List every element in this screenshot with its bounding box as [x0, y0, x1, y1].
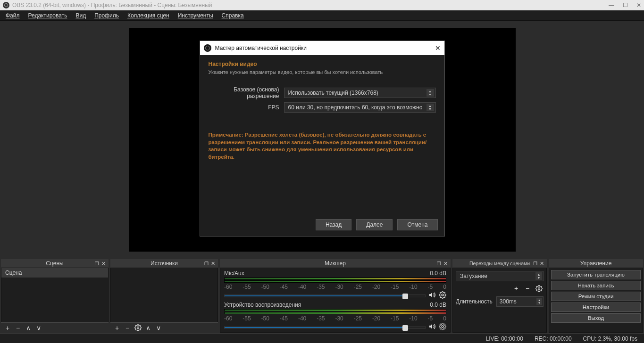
status-rec: REC: 00:00:00 — [535, 335, 572, 342]
scenes-toolbar: + − ∧ ∨ — [1, 322, 109, 333]
dock-header-sources[interactable]: Источники ❐ ✕ — [110, 259, 218, 268]
transition-select[interactable]: Затухание ▲▼ — [456, 271, 544, 281]
gear-icon[interactable] — [439, 323, 446, 330]
maximize-button[interactable]: ☐ — [623, 2, 628, 8]
add-scene-button[interactable]: + — [3, 324, 12, 332]
dock-detach-icon[interactable]: ❐ — [533, 261, 537, 266]
window-title: OBS 23.0.2 (64-bit, windows) - Профиль: … — [12, 2, 212, 8]
auto-config-wizard-dialog: Мастер автоматической настройки ✕ Настро… — [200, 41, 445, 237]
dock-close-icon[interactable]: ✕ — [443, 261, 448, 267]
source-properties-button[interactable] — [133, 324, 142, 332]
window-titlebar: OBS 23.0.2 (64-bit, windows) - Профиль: … — [0, 0, 644, 10]
audio-meter — [224, 309, 446, 311]
dialog-note: Примечание: Разрешение холста (базовое),… — [209, 131, 436, 161]
remove-transition-button[interactable]: − — [523, 284, 532, 293]
spinner-icon: ▲▼ — [427, 104, 434, 111]
statusbar: LIVE: 00:00:00 REC: 00:00:00 CPU: 2.3%, … — [0, 334, 644, 343]
base-resolution-select[interactable]: Использовать текущий (1366x768) ▲▼ — [284, 88, 436, 98]
svg-point-0 — [137, 327, 139, 329]
gear-icon[interactable] — [439, 291, 446, 299]
dock-detach-icon[interactable]: ❐ — [95, 261, 99, 266]
spinner-icon: ▲▼ — [535, 272, 542, 280]
speaker-icon[interactable] — [428, 291, 436, 299]
dock-header-controls[interactable]: Управление — [549, 259, 643, 268]
dock-close-icon[interactable]: ✕ — [211, 261, 215, 267]
base-resolution-value: Использовать текущий (1366x768) — [288, 90, 378, 96]
sources-toolbar: + − ∧ ∨ — [110, 322, 218, 333]
mixer-channel: Mic/Aux 0.0 dB -60-55-50-45-40-35-30-25-… — [220, 268, 450, 300]
status-live: LIVE: 00:00:00 — [485, 335, 523, 342]
dock-header-scenes[interactable]: Сцены ❐ ✕ — [1, 259, 109, 268]
studio-mode-button[interactable]: Режим студии — [551, 292, 641, 301]
fps-label: FPS — [209, 104, 279, 111]
menu-file[interactable]: Файл — [2, 11, 24, 20]
next-button[interactable]: Далее — [356, 219, 393, 230]
audio-meter — [224, 278, 446, 280]
menubar: Файл Редактировать Вид Профиль Коллекция… — [0, 10, 644, 21]
obs-logo-icon — [204, 44, 211, 52]
scene-list-item[interactable]: Сцена — [1, 268, 108, 278]
base-resolution-label: Базовое (основа) разрешение — [209, 86, 279, 99]
sources-dock: Источники ❐ ✕ + − ∧ ∨ — [110, 259, 218, 333]
audio-meter — [224, 280, 446, 283]
move-scene-down-button[interactable]: ∨ — [34, 324, 43, 332]
volume-slider[interactable] — [224, 326, 426, 329]
status-cpu: CPU: 2.3%, 30.00 fps — [583, 335, 637, 342]
start-record-button[interactable]: Начать запись — [551, 281, 641, 290]
exit-button[interactable]: Выход — [551, 313, 641, 323]
transitions-dock: Переходы между сценами ❐ ✕ Затухание ▲▼ … — [452, 259, 547, 333]
dialog-section-title: Настройки видео — [209, 61, 436, 67]
remove-scene-button[interactable]: − — [13, 324, 23, 332]
dock-detach-icon[interactable]: ❐ — [437, 261, 441, 266]
start-stream-button[interactable]: Запустить трансляцию — [551, 270, 641, 279]
menu-view[interactable]: Вид — [72, 11, 90, 20]
dock-close-icon[interactable]: ✕ — [540, 261, 544, 267]
speaker-icon[interactable] — [428, 323, 436, 330]
volume-slider[interactable] — [224, 294, 426, 297]
close-window-button[interactable]: ✕ — [636, 2, 641, 8]
menu-tools[interactable]: Инструменты — [174, 11, 217, 20]
spinner-icon: ▲▼ — [536, 298, 542, 305]
transition-duration-input[interactable]: 300ms ▲▼ — [496, 296, 544, 307]
mixer-channel-name: Mic/Aux — [224, 270, 244, 277]
mixer-channel-level: 0.0 dB — [430, 270, 446, 277]
audio-meter — [224, 312, 446, 314]
transition-properties-button[interactable] — [534, 284, 544, 293]
dialog-title: Мастер автоматической настройки — [215, 45, 307, 51]
svg-point-3 — [538, 287, 540, 289]
mixer-channel-level: 0.0 dB — [430, 302, 446, 308]
dock-detach-icon[interactable]: ❐ — [204, 261, 209, 266]
svg-point-1 — [442, 294, 443, 296]
menu-help[interactable]: Справка — [218, 11, 248, 20]
back-button[interactable]: Назад — [316, 219, 351, 230]
obs-logo-icon — [3, 2, 9, 8]
menu-edit[interactable]: Редактировать — [25, 11, 71, 20]
controls-dock: Управление Запустить трансляциюНачать за… — [549, 259, 643, 333]
spinner-icon: ▲▼ — [427, 89, 434, 97]
add-source-button[interactable]: + — [112, 324, 122, 332]
dialog-header: Мастер автоматической настройки ✕ — [200, 41, 444, 55]
fps-select[interactable]: 60 или 30, но предпочитать 60, когда это… — [284, 102, 436, 113]
svg-point-2 — [442, 326, 443, 327]
move-source-up-button[interactable]: ∧ — [143, 324, 153, 332]
mixer-channel: Устройство воспроизведения 0.0 dB -60-55… — [220, 300, 450, 331]
remove-source-button[interactable]: − — [123, 324, 132, 332]
settings-button[interactable]: Настройки — [551, 302, 641, 312]
mixer-dock: Микшер ❐ ✕ Mic/Aux 0.0 dB -60-55-50-45-4… — [220, 259, 451, 333]
close-icon[interactable]: ✕ — [435, 44, 441, 52]
menu-scene-collection[interactable]: Коллекция сцен — [124, 11, 173, 20]
dock-header-transitions[interactable]: Переходы между сценами ❐ ✕ — [452, 259, 547, 268]
move-source-down-button[interactable]: ∨ — [154, 324, 163, 332]
dialog-section-subtitle: Укажите нужные параметры видео, которые … — [209, 69, 436, 75]
menu-profile[interactable]: Профиль — [91, 11, 123, 20]
add-transition-button[interactable]: + — [511, 284, 521, 293]
dock-close-icon[interactable]: ✕ — [101, 261, 106, 267]
scenes-dock: Сцены ❐ ✕ Сцена + − ∧ ∨ — [1, 259, 109, 333]
transition-duration-label: Длительность — [456, 298, 493, 305]
move-scene-up-button[interactable]: ∧ — [24, 324, 33, 332]
dock-header-mixer[interactable]: Микшер ❐ ✕ — [220, 259, 451, 268]
mixer-channel-name: Устройство воспроизведения — [224, 302, 301, 308]
minimize-button[interactable]: — — [609, 2, 614, 8]
preview-area: Мастер автоматической настройки ✕ Настро… — [0, 21, 644, 259]
cancel-button[interactable]: Отмена — [397, 219, 437, 230]
